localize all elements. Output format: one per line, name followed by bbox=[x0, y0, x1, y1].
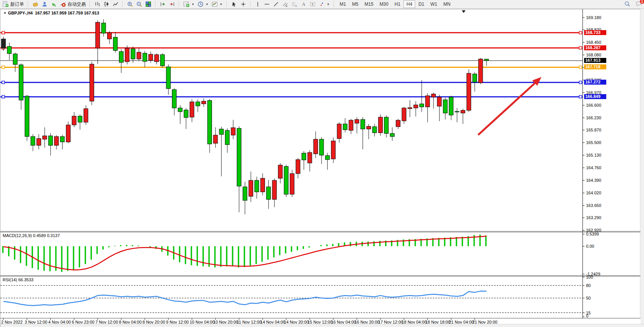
resistance-line-2-handle[interactable] bbox=[579, 46, 582, 49]
new-order-button[interactable]: 新订单 bbox=[1, 1, 26, 8]
candle bbox=[2, 39, 6, 48]
bar-chart-button[interactable] bbox=[93, 1, 102, 8]
candlestick-button[interactable] bbox=[102, 1, 111, 8]
autoscroll-icon bbox=[169, 1, 175, 7]
chevron-down-icon[interactable]: ▼ bbox=[191, 3, 194, 6]
support-line-1-handle[interactable] bbox=[579, 81, 582, 84]
channel-icon: E bbox=[282, 1, 288, 7]
candle bbox=[31, 136, 35, 145]
candle bbox=[55, 136, 59, 145]
timeframe-button-m15[interactable]: M15 bbox=[361, 0, 376, 8]
candle bbox=[373, 127, 377, 133]
cursor-icon bbox=[231, 1, 237, 7]
candle bbox=[461, 110, 465, 113]
vline-button[interactable] bbox=[253, 1, 262, 8]
timeframe-button-m1[interactable]: M1 bbox=[337, 0, 349, 8]
toolbar-separator bbox=[250, 1, 251, 7]
signals-button[interactable] bbox=[49, 1, 58, 8]
candle bbox=[449, 97, 453, 115]
candle bbox=[296, 160, 300, 174]
timeframe-button-h4[interactable]: H4 bbox=[403, 0, 415, 8]
chat-icon[interactable]: 1 bbox=[636, 1, 642, 8]
candle bbox=[143, 53, 147, 61]
price-axis-label: 165.130 bbox=[586, 153, 601, 157]
cursor-button[interactable] bbox=[230, 1, 239, 8]
right-scroll-strip[interactable] bbox=[641, 9, 644, 324]
candle bbox=[426, 96, 430, 107]
timeframe-button-h1[interactable]: H1 bbox=[392, 0, 403, 8]
autoscroll-button[interactable] bbox=[167, 1, 177, 8]
candle bbox=[131, 49, 135, 59]
price-axis-label: 164.390 bbox=[586, 178, 601, 183]
chart-shift-marker[interactable] bbox=[462, 10, 466, 13]
timeframe-button-w1[interactable]: W1 bbox=[427, 0, 440, 8]
arrows-icon bbox=[319, 1, 325, 7]
candle bbox=[166, 67, 170, 88]
timeframe-button-m30[interactable]: M30 bbox=[376, 0, 391, 8]
candle bbox=[455, 111, 459, 112]
pivot-line-handle[interactable] bbox=[2, 66, 5, 69]
candle bbox=[313, 139, 318, 154]
fibo-icon: F bbox=[291, 1, 297, 7]
trend-arrow-line bbox=[478, 83, 535, 135]
line-chart-button[interactable] bbox=[111, 1, 120, 8]
candle bbox=[355, 120, 359, 123]
candle bbox=[366, 126, 371, 129]
chevron-down-icon[interactable]: ▼ bbox=[220, 3, 223, 6]
candle bbox=[219, 129, 223, 135]
chart-window: ▼GBPJPY-,H4 167.957 167.959 167.759 167.… bbox=[0, 9, 644, 327]
zoom-out-button[interactable] bbox=[135, 1, 144, 8]
support-line-1-handle[interactable] bbox=[2, 81, 5, 84]
support-line-1-price-badge: 167.272 bbox=[584, 80, 606, 85]
tile-windows-button[interactable] bbox=[144, 1, 153, 8]
add-indicator-button[interactable]: ▼ bbox=[182, 1, 196, 8]
rsi-axis-label: 50 bbox=[586, 296, 591, 300]
candle bbox=[284, 167, 288, 194]
text-button[interactable]: A bbox=[299, 1, 308, 8]
rsi-axis-label: 100 bbox=[586, 275, 593, 279]
resistance-line-1-handle[interactable] bbox=[2, 31, 5, 34]
community-button[interactable] bbox=[40, 1, 49, 8]
channel-button[interactable]: E bbox=[281, 1, 290, 8]
arrows-button[interactable]: ▼ bbox=[317, 1, 331, 8]
support-line-2-handle[interactable] bbox=[2, 95, 5, 98]
timeframe-button-m5[interactable]: M5 bbox=[349, 0, 361, 8]
candle bbox=[272, 180, 276, 199]
candle bbox=[43, 136, 47, 139]
template-button[interactable]: ▼ bbox=[210, 1, 224, 8]
crosshair-button[interactable] bbox=[239, 1, 248, 8]
resistance-line-1-handle[interactable] bbox=[579, 31, 582, 34]
timeframe-button-mn[interactable]: MN bbox=[440, 0, 454, 8]
zoom-in-button[interactable] bbox=[125, 1, 135, 8]
periods-button[interactable]: ▼ bbox=[196, 1, 210, 8]
chart-plot[interactable] bbox=[0, 9, 644, 327]
trendline-button[interactable] bbox=[271, 1, 281, 8]
candle bbox=[278, 165, 283, 178]
candle bbox=[260, 178, 265, 192]
autotrading-button[interactable]: 自动交易 bbox=[58, 1, 87, 8]
publisher-button[interactable] bbox=[31, 1, 40, 8]
chevron-down-icon[interactable]: ▼ bbox=[206, 3, 209, 6]
candle bbox=[161, 54, 165, 66]
candle bbox=[60, 136, 64, 142]
support-line-2-handle[interactable] bbox=[579, 95, 582, 98]
candle bbox=[255, 180, 259, 192]
price-axis-label: 166.230 bbox=[586, 115, 601, 120]
rsi-axis-label: 0 bbox=[586, 314, 588, 318]
label-button[interactable]: T bbox=[308, 1, 317, 8]
search-icon[interactable] bbox=[624, 1, 630, 8]
chevron-down-icon[interactable]: ▼ bbox=[327, 3, 330, 6]
candle bbox=[190, 102, 194, 117]
fibo-button[interactable]: F bbox=[290, 1, 299, 8]
chart-menu-icon[interactable]: ▼ bbox=[3, 11, 6, 15]
shift-end-icon bbox=[160, 1, 166, 7]
pivot-line-handle[interactable] bbox=[579, 66, 582, 69]
hline-button[interactable] bbox=[262, 1, 271, 8]
candle bbox=[113, 37, 117, 51]
candle bbox=[337, 124, 341, 138]
timeframe-button-d1[interactable]: D1 bbox=[415, 0, 427, 8]
candle bbox=[137, 52, 141, 59]
chat-badge: 1 bbox=[640, 0, 644, 4]
shift-chart-button[interactable] bbox=[158, 1, 167, 8]
candle bbox=[402, 108, 406, 121]
